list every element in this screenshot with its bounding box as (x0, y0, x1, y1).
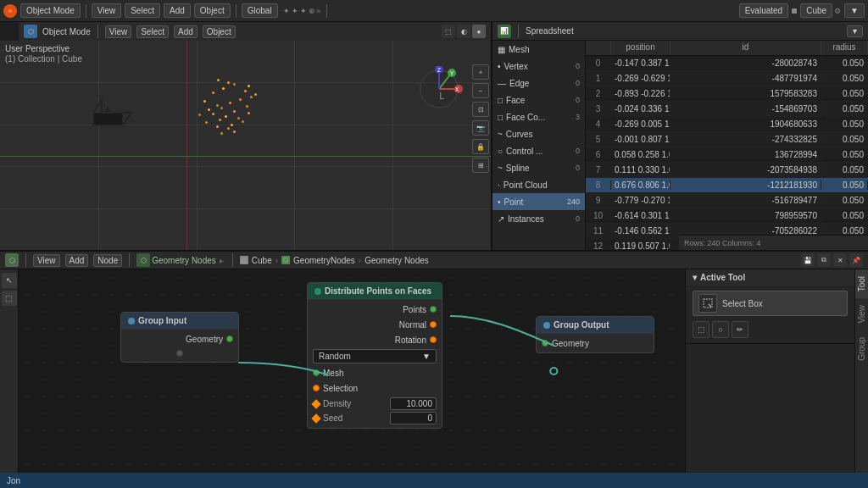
cell-pos: -0.269 -0.629 1.000 (611, 74, 670, 83)
cell-pos: 0.676 0.806 1.000 (611, 180, 670, 190)
global-btn[interactable]: Global (242, 3, 278, 18)
zoom-fit-btn[interactable]: ⊡ (472, 102, 489, 117)
selection-input-socket[interactable] (313, 385, 320, 391)
cell-idx: 8 (586, 180, 611, 190)
geo-close-btn[interactable]: ✕ (833, 253, 847, 267)
density-socket[interactable] (311, 399, 320, 408)
ss-item-vertex[interactable]: • Vertex 0 (492, 58, 585, 75)
geometry-output-socket[interactable] (226, 336, 233, 342)
col-position[interactable]: position (611, 41, 670, 55)
ss-item-control[interactable]: ○ Control ... 0 (492, 142, 585, 159)
geo-output-input-label: Geometry (552, 339, 589, 348)
particle (212, 92, 214, 94)
seed-row: Seed 0 (313, 412, 437, 424)
ss-edge-count: 0 (576, 79, 580, 87)
vp-view-btn[interactable]: View (105, 25, 132, 38)
geo-dup-btn[interactable]: ⧉ (817, 253, 831, 267)
geo-icon2[interactable]: ⬡ (136, 253, 150, 267)
group-input-bottom-socket[interactable] (176, 350, 183, 357)
vp-select-btn[interactable]: Select (136, 25, 169, 38)
ss-control-label: Control ... (506, 147, 542, 156)
vp-overlay-btn[interactable]: ⬚ (442, 25, 455, 38)
zoom-in-btn[interactable]: + (472, 64, 489, 80)
node-group-input[interactable]: Group Input Geometry (120, 312, 239, 363)
vtab-view[interactable]: View (855, 298, 869, 330)
select-menu-btn[interactable]: Select (125, 3, 160, 18)
box-select-icon[interactable]: ⬚ (693, 321, 709, 338)
view-menu-btn[interactable]: View (92, 3, 122, 18)
select-box-btn[interactable]: Select Box (693, 291, 848, 316)
distribute-dropdown[interactable]: Random ▼ (313, 349, 437, 363)
seed-socket[interactable] (311, 413, 320, 423)
object-menu-btn[interactable]: Object (194, 3, 231, 18)
ss-item-faceco[interactable]: □ Face Co... 3 (492, 108, 585, 125)
ss-item-mesh[interactable]: ▦ Mesh (492, 41, 585, 58)
rotation-output-socket[interactable] (430, 336, 437, 343)
normal-output-socket[interactable] (430, 321, 437, 328)
seed-label: Seed (323, 413, 387, 423)
geo-header-icons: ⬡ Geometry Nodes ▸ (136, 253, 225, 267)
cell-idx: 1 (586, 74, 611, 83)
geo-lt-select[interactable]: ↖ (2, 273, 17, 288)
lasso-select-icon[interactable]: ✏ (732, 321, 748, 338)
vp-header-right: ⬚ ◐ ● (442, 25, 486, 38)
density-row: Density 10.000 (313, 397, 437, 410)
vp-render-btn[interactable]: ● (472, 25, 486, 38)
vtab-group[interactable]: Group (855, 330, 869, 368)
cell-pos: 0.111 0.330 1.000 (611, 165, 670, 175)
ss-item-curves[interactable]: ~ Curves (492, 125, 585, 142)
ss-item-spline[interactable]: ~ Spline 0 (492, 159, 585, 176)
vp-object-btn[interactable]: Object (203, 25, 236, 38)
geo-pin-btn[interactable]: 📌 (849, 253, 863, 267)
camera-btn[interactable]: 📷 (472, 120, 489, 136)
spreadsheet-panel: 📊 Spreadsheet ▼ ▦ Mesh • Vertex 0 — Edge… (492, 22, 868, 251)
vertical-tabs: Tool View Group (854, 269, 868, 488)
ss-filter-btn[interactable]: ▼ (847, 25, 863, 37)
cube-btn[interactable]: Cube (800, 3, 832, 18)
geo-save-btn[interactable]: 💾 (801, 253, 815, 267)
circle-select-icon[interactable]: ○ (712, 321, 729, 338)
mesh-input-socket[interactable] (313, 369, 320, 376)
zoom-out-btn[interactable]: − (472, 83, 489, 98)
cell-idx: 12 (586, 241, 611, 250)
col-radius[interactable]: radius (821, 41, 868, 55)
density-value[interactable]: 10.000 (390, 397, 437, 410)
ss-item-pointcloud[interactable]: · Point Cloud (492, 176, 585, 193)
svg-point-1 (8, 9, 12, 13)
ss-spline-label: Spline (506, 164, 530, 173)
geo-lt-box[interactable]: ⬚ (2, 291, 17, 306)
geo-add-btn[interactable]: Add (65, 254, 89, 267)
cell-radius: 0.050 (821, 196, 868, 205)
ss-item-face[interactable]: □ Face 0 (492, 92, 585, 108)
object-mode-btn[interactable]: Object Mode (20, 3, 81, 18)
toolbar-sep-1 (86, 4, 86, 18)
evaluated-btn[interactable]: Evaluated (739, 3, 788, 18)
viewport-3d[interactable]: ✛ ⊕ ↻ ⤡ ⊞ ✏ 📏 ⬡ Object Mode View Select … (0, 22, 492, 251)
node-group-output[interactable]: Group Output Geometry (536, 316, 654, 353)
geo-nodes-panel: ⬡ View Add Node ⬡ Geometry Nodes ▸ □ Cub… (0, 251, 868, 488)
points-output-socket[interactable] (430, 306, 437, 313)
active-tool-panel: ▾ Active Tool Select Box (685, 269, 854, 488)
collection-info: (1) Collection | Cube (5, 54, 82, 64)
seed-value[interactable]: 0 (390, 412, 437, 424)
col-id[interactable]: id (670, 41, 821, 55)
grid-btn[interactable]: ⊞ (472, 158, 489, 173)
geo-view-btn[interactable]: View (33, 254, 60, 267)
geo-node-btn[interactable]: Node (93, 254, 122, 267)
vp-shading-btn[interactable]: ◐ (457, 25, 470, 38)
ss-item-point[interactable]: • Point 240 (492, 193, 585, 210)
vp-add-btn[interactable]: Add (174, 25, 198, 38)
ss-item-edge[interactable]: — Edge 0 (492, 75, 585, 92)
filter-btn[interactable]: ▼ (844, 3, 865, 18)
cell-idx: 5 (586, 135, 611, 144)
geo-output-input-socket[interactable] (542, 340, 548, 347)
lock-btn[interactable]: 🔒 (472, 139, 489, 154)
cell-idx: 2 (586, 89, 611, 98)
particle (222, 87, 225, 90)
vtab-tool[interactable]: Tool (855, 269, 869, 298)
ss-item-instances[interactable]: ↗ Instances 0 (492, 210, 585, 227)
node-canvas[interactable]: Group Input Geometry Distrib (19, 269, 698, 488)
bc-geonodes2: Geometry Nodes (364, 256, 429, 265)
node-distribute-points[interactable]: Distribute Points on Faces Points Normal… (307, 282, 442, 429)
add-menu-btn[interactable]: Add (164, 3, 191, 18)
